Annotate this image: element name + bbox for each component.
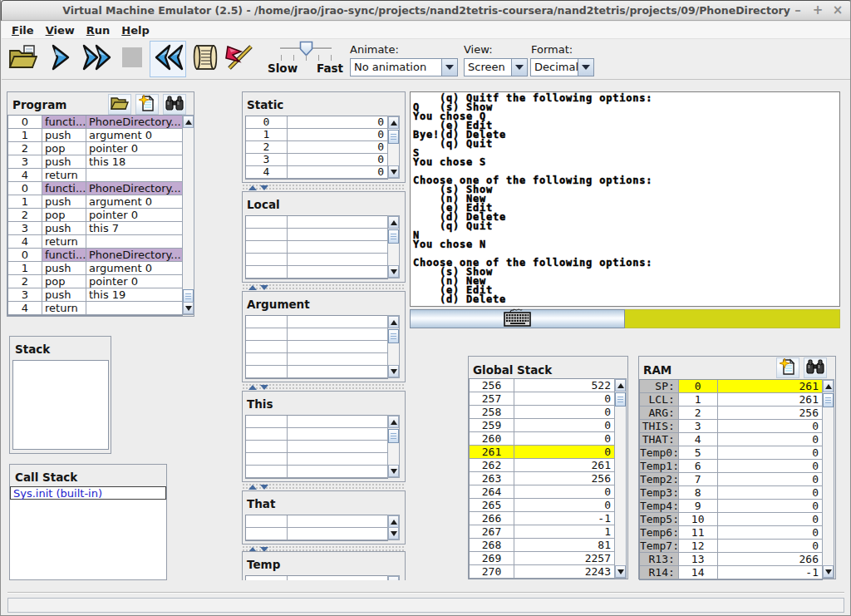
ram-row[interactable]: LCL:1261 xyxy=(640,393,822,407)
scroll-down-button[interactable] xyxy=(388,465,399,477)
global-stack-row[interactable]: 2590 xyxy=(470,419,614,432)
scroll-up-button[interactable] xyxy=(823,380,834,392)
scroll-down-button[interactable] xyxy=(183,302,194,314)
menu-file[interactable]: File xyxy=(6,22,40,38)
that-cell-value[interactable] xyxy=(288,528,387,540)
ram-row[interactable]: R14:14-1 xyxy=(640,566,822,579)
ram-cell-value[interactable]: 0 xyxy=(718,460,822,472)
scroll-thumb[interactable] xyxy=(615,392,626,407)
global-stack-row[interactable]: 266-1 xyxy=(470,512,614,525)
this-cell-value[interactable] xyxy=(288,428,387,440)
argument-row[interactable] xyxy=(246,341,387,353)
this-row[interactable] xyxy=(246,453,387,466)
ram-row[interactable]: SP:0261 xyxy=(640,380,822,393)
argument-cell-value[interactable] xyxy=(288,366,387,377)
scroll-up-button[interactable] xyxy=(388,216,399,229)
static-scrollbar[interactable] xyxy=(387,116,400,179)
argument-cell-value[interactable] xyxy=(288,328,387,340)
ram-row[interactable]: Temp2:70 xyxy=(640,473,822,486)
single-step-button[interactable] xyxy=(42,41,79,77)
program-open-button[interactable] xyxy=(108,94,131,115)
scroll-down-button[interactable] xyxy=(388,527,399,540)
scroll-up-button[interactable] xyxy=(388,316,399,328)
ram-cell-value[interactable]: -1 xyxy=(718,566,822,579)
that-cell-value[interactable] xyxy=(288,515,387,527)
divider-down-icon[interactable] xyxy=(260,485,268,490)
scroll-thumb[interactable] xyxy=(388,429,399,443)
vm-code-button[interactable] xyxy=(187,41,224,77)
this-cell-value[interactable] xyxy=(288,453,387,465)
scroll-thumb[interactable] xyxy=(823,393,834,407)
global-stack-row[interactable]: 262261 xyxy=(470,459,614,472)
menu-run[interactable]: Run xyxy=(81,22,116,38)
ram-scrollbar[interactable] xyxy=(822,379,834,579)
global-stack-cell-value[interactable]: 0 xyxy=(514,419,614,431)
keyboard-input-field[interactable] xyxy=(625,309,840,328)
ram-row[interactable]: R13:13266 xyxy=(640,553,822,566)
animate-select[interactable]: No animation xyxy=(350,58,458,76)
this-scrollbar[interactable] xyxy=(387,415,400,478)
global-stack-cell-value[interactable]: 256 xyxy=(514,472,614,485)
global-stack-cell-value[interactable]: 2243 xyxy=(514,565,614,578)
split-divider[interactable] xyxy=(242,283,406,291)
global-stack-row[interactable]: 2580 xyxy=(470,406,614,419)
scroll-up-button[interactable] xyxy=(388,116,399,129)
program-row[interactable]: 0functi...PhoneDirectory... xyxy=(8,182,182,195)
program-row[interactable]: 1pushargument 0 xyxy=(8,262,182,275)
global-stack-cell-value[interactable]: 2257 xyxy=(514,552,614,564)
divider-down-icon[interactable] xyxy=(260,185,268,190)
global-stack-row[interactable]: 2610 xyxy=(470,446,614,459)
global-stack-cell-value[interactable]: 0 xyxy=(514,406,614,418)
global-stack-row[interactable]: 256522 xyxy=(470,379,614,392)
program-row[interactable]: 1pushargument 0 xyxy=(8,195,182,209)
program-row[interactable]: 2poppointer 0 xyxy=(8,142,182,155)
divider-up-icon[interactable] xyxy=(248,285,257,290)
program-row[interactable]: 3pushthis 19 xyxy=(8,288,182,302)
local-cell-value[interactable] xyxy=(288,229,387,240)
chevron-down-icon[interactable] xyxy=(578,59,593,76)
temp-scrollbar[interactable] xyxy=(387,575,400,580)
global-stack-cell-value[interactable]: 1 xyxy=(514,525,614,538)
scroll-down-button[interactable] xyxy=(388,365,399,377)
global-stack-cell-value[interactable]: 0 xyxy=(514,392,614,405)
split-divider[interactable] xyxy=(242,383,406,391)
keyboard-button[interactable] xyxy=(410,309,625,328)
argument-row[interactable] xyxy=(246,328,387,341)
program-row[interactable]: 0functi...PhoneDirectory... xyxy=(8,249,182,262)
argument-cell-value[interactable] xyxy=(288,316,387,328)
global-stack-cell-value[interactable]: 81 xyxy=(514,539,614,551)
ram-cell-value[interactable]: 0 xyxy=(718,446,822,459)
local-scrollbar[interactable] xyxy=(387,215,400,278)
program-row[interactable]: 4return xyxy=(8,169,182,182)
this-row[interactable] xyxy=(246,416,387,428)
that-row[interactable] xyxy=(246,528,387,540)
view-select[interactable]: Screen xyxy=(464,58,528,76)
program-row[interactable]: 3pushthis 18 xyxy=(8,155,182,169)
ram-cell-value[interactable]: 256 xyxy=(718,407,822,419)
maximize-button[interactable]: + xyxy=(808,1,828,21)
ram-row[interactable]: ARG:2256 xyxy=(640,407,822,420)
ram-cell-value[interactable]: 261 xyxy=(718,393,822,406)
program-row[interactable]: 1pushargument 0 xyxy=(8,129,182,142)
stack-table[interactable] xyxy=(12,360,109,450)
ram-row[interactable]: THAT:40 xyxy=(640,433,822,446)
breakpoints-button[interactable] xyxy=(220,41,257,77)
local-cell-value[interactable] xyxy=(288,266,387,278)
this-row[interactable] xyxy=(246,466,387,478)
scroll-up-button[interactable] xyxy=(615,379,626,392)
ram-row[interactable]: THIS:30 xyxy=(640,420,822,433)
ram-cell-value[interactable]: 0 xyxy=(718,420,822,432)
program-scrollbar[interactable] xyxy=(182,115,194,315)
global-stack-row[interactable]: 2640 xyxy=(470,485,614,499)
argument-row[interactable] xyxy=(246,353,387,366)
global-stack-cell-value[interactable]: 0 xyxy=(514,446,614,458)
global-stack-row[interactable]: 2702243 xyxy=(470,565,614,579)
global-stack-row[interactable]: 2600 xyxy=(470,432,614,446)
load-program-button[interactable] xyxy=(4,41,41,77)
scroll-down-button[interactable] xyxy=(388,265,399,278)
divider-down-icon[interactable] xyxy=(260,285,268,290)
ram-clear-button[interactable] xyxy=(776,357,799,378)
ram-cell-value[interactable]: 0 xyxy=(718,513,822,525)
this-cell-value[interactable] xyxy=(288,466,387,477)
ram-cell-value[interactable]: 0 xyxy=(718,500,822,512)
